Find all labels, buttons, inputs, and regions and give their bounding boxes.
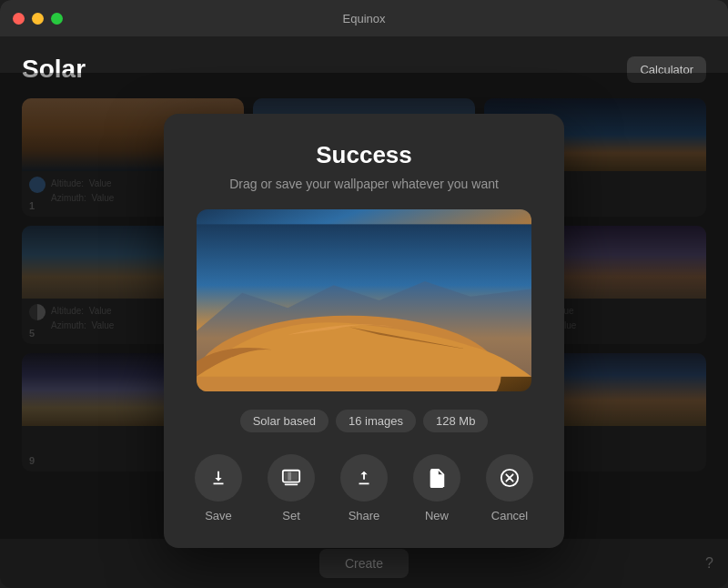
titlebar: Equinox <box>0 0 728 36</box>
share-label: Share <box>349 509 380 522</box>
new-icon <box>427 468 447 488</box>
modal-tags: Solar based 16 images 128 Mb <box>197 410 531 432</box>
new-button[interactable] <box>413 454 460 502</box>
modal-actions: Save Set <box>197 454 531 522</box>
svg-rect-4 <box>285 483 298 485</box>
set-label: Set <box>282 509 300 522</box>
tag-images: 16 images <box>336 410 416 432</box>
cancel-action[interactable]: Cancel <box>486 454 533 522</box>
success-modal: Success Drag or save your wallpaper what… <box>164 114 564 548</box>
tag-size: 128 Mb <box>423 410 488 432</box>
close-button[interactable] <box>13 13 25 25</box>
save-label: Save <box>205 509 232 522</box>
save-action[interactable]: Save <box>195 454 242 522</box>
main-content: Solar Calculator Altitude: Value Azimuth… <box>0 36 728 588</box>
new-label: New <box>425 509 449 522</box>
cancel-icon <box>500 468 520 488</box>
set-button[interactable] <box>268 454 315 502</box>
modal-subtitle: Drag or save your wallpaper whatever you… <box>197 177 531 191</box>
share-icon <box>354 468 374 488</box>
modal-preview <box>197 209 531 391</box>
new-action[interactable]: New <box>413 454 460 522</box>
modal-overlay: Success Drag or save your wallpaper what… <box>0 73 728 588</box>
share-action[interactable]: Share <box>340 454 388 522</box>
save-button[interactable] <box>195 454 242 502</box>
tag-solar: Solar based <box>240 410 329 432</box>
maximize-button[interactable] <box>51 13 63 25</box>
cancel-label: Cancel <box>491 509 528 522</box>
titlebar-buttons <box>13 13 63 25</box>
app-title: Equinox <box>343 12 386 25</box>
set-action[interactable]: Set <box>268 454 315 522</box>
minimize-button[interactable] <box>32 13 44 25</box>
set-icon <box>281 468 301 488</box>
preview-svg <box>197 209 531 391</box>
cancel-button[interactable] <box>486 454 533 502</box>
share-button[interactable] <box>340 454 388 502</box>
modal-title: Success <box>197 141 531 169</box>
save-icon <box>208 468 228 488</box>
